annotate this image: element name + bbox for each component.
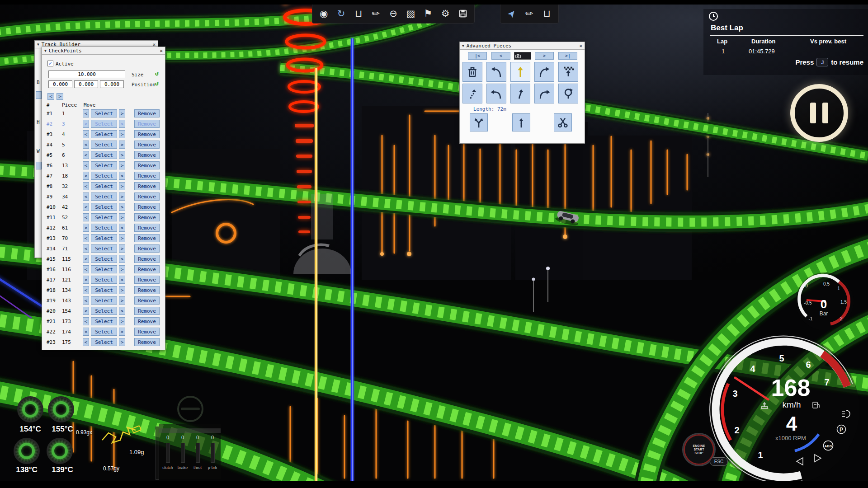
- select-button[interactable]: Select: [91, 130, 117, 138]
- move-right-button[interactable]: >: [119, 161, 125, 169]
- track-builder-fragment-button[interactable]: [36, 162, 42, 169]
- move-right-button[interactable]: >: [119, 182, 125, 190]
- move-left-button[interactable]: <: [83, 109, 89, 117]
- move-left-button[interactable]: <: [83, 296, 89, 305]
- move-right-button[interactable]: >: [119, 172, 125, 180]
- road-piece-icon[interactable]: ⊔: [351, 6, 366, 21]
- select-button[interactable]: Select: [91, 307, 117, 315]
- select-button[interactable]: Select: [91, 317, 117, 325]
- piece-slight-right-button[interactable]: [510, 84, 530, 103]
- move-left-button[interactable]: <: [83, 317, 89, 325]
- last-piece-button[interactable]: >|: [558, 52, 577, 60]
- select-button[interactable]: Select: [91, 328, 117, 336]
- ramp-icon[interactable]: ▨: [403, 6, 418, 21]
- move-right-button[interactable]: >: [119, 307, 125, 315]
- move-left-button[interactable]: <: [83, 161, 89, 169]
- select-button[interactable]: Select: [91, 338, 117, 346]
- collapse-icon[interactable]: ▼: [462, 44, 464, 48]
- move-right-button[interactable]: >: [119, 338, 125, 346]
- select-button[interactable]: Select: [91, 244, 117, 253]
- select-button[interactable]: Select: [91, 172, 117, 180]
- piece-elevation-button[interactable]: [512, 113, 530, 131]
- select-button[interactable]: Select: [91, 255, 117, 263]
- remove-button[interactable]: Remove: [134, 120, 160, 128]
- remove-button[interactable]: Remove: [134, 276, 160, 284]
- move-right-button[interactable]: >: [119, 109, 125, 117]
- move-left-button[interactable]: <: [83, 265, 89, 273]
- move-right-button[interactable]: >: [119, 317, 125, 325]
- move-right-button[interactable]: >: [119, 120, 125, 128]
- move-right-button[interactable]: >: [119, 255, 125, 263]
- piece-curve-right-button[interactable]: [534, 62, 554, 82]
- move-right-button[interactable]: >: [119, 286, 125, 294]
- select-button[interactable]: Select: [91, 224, 117, 232]
- select-button[interactable]: Select: [91, 109, 117, 117]
- remove-button[interactable]: Remove: [134, 182, 160, 190]
- remove-button[interactable]: Remove: [134, 151, 160, 159]
- select-button[interactable]: Select: [91, 192, 117, 201]
- move-right-button[interactable]: >: [119, 192, 125, 201]
- piece-sharp-left-button[interactable]: [486, 84, 506, 103]
- record-icon[interactable]: ◉: [316, 6, 331, 21]
- move-right-button[interactable]: >: [119, 265, 125, 273]
- position-x-input[interactable]: [48, 80, 72, 88]
- move-left-button[interactable]: <: [83, 213, 89, 221]
- select-button[interactable]: Select: [91, 120, 117, 128]
- piece-straight-button[interactable]: [510, 62, 530, 82]
- piece-s-curve-button[interactable]: [462, 84, 482, 103]
- remove-button[interactable]: Remove: [134, 141, 160, 149]
- paint-icon[interactable]: ✏: [522, 6, 537, 21]
- move-left-button[interactable]: <: [83, 255, 89, 263]
- road-piece-icon[interactable]: ⊔: [539, 6, 555, 21]
- next-checkpoint-button[interactable]: >: [57, 93, 63, 100]
- prev-piece-button[interactable]: <: [491, 52, 510, 60]
- move-left-button[interactable]: <: [83, 151, 89, 159]
- camera-view-button[interactable]: [514, 52, 531, 60]
- move-left-button[interactable]: <: [83, 172, 89, 180]
- move-left-button[interactable]: <: [83, 203, 89, 211]
- move-left-button[interactable]: <: [83, 130, 89, 138]
- select-button[interactable]: Select: [91, 213, 117, 221]
- remove-circle-icon[interactable]: ⊖: [386, 6, 401, 21]
- move-left-button[interactable]: <: [83, 276, 89, 284]
- remove-button[interactable]: Remove: [134, 338, 160, 346]
- piece-sharp-right-button[interactable]: [534, 84, 554, 103]
- remove-button[interactable]: Remove: [134, 234, 160, 242]
- close-icon[interactable]: ✕: [579, 43, 582, 49]
- select-button[interactable]: Select: [91, 234, 117, 242]
- select-button[interactable]: Select: [91, 151, 117, 159]
- position-z-input[interactable]: [100, 80, 124, 88]
- remove-button[interactable]: Remove: [134, 244, 160, 253]
- move-right-button[interactable]: >: [119, 234, 125, 242]
- remove-button[interactable]: Remove: [134, 203, 160, 211]
- move-right-button[interactable]: >: [119, 130, 125, 138]
- size-input[interactable]: [48, 70, 125, 78]
- select-button[interactable]: Select: [91, 296, 117, 305]
- piece-trash-button[interactable]: [462, 62, 482, 82]
- close-icon[interactable]: ✕: [160, 48, 163, 54]
- select-button[interactable]: Select: [91, 161, 117, 169]
- remove-button[interactable]: Remove: [134, 224, 160, 232]
- select-button[interactable]: Select: [91, 141, 117, 149]
- piece-curve-left-button[interactable]: [486, 62, 506, 82]
- select-button[interactable]: Select: [91, 203, 117, 211]
- select-button[interactable]: Select: [91, 182, 117, 190]
- remove-button[interactable]: Remove: [134, 109, 160, 117]
- cursor-icon[interactable]: ➤: [501, 3, 523, 24]
- position-reset-icon[interactable]: ↺: [155, 80, 159, 86]
- remove-button[interactable]: Remove: [134, 130, 160, 138]
- move-right-button[interactable]: >: [119, 296, 125, 305]
- remove-button[interactable]: Remove: [134, 172, 160, 180]
- flag-icon[interactable]: ⚑: [420, 6, 436, 21]
- move-right-button[interactable]: >: [119, 276, 125, 284]
- select-button[interactable]: Select: [91, 286, 117, 294]
- move-right-button[interactable]: >: [119, 224, 125, 232]
- pause-button[interactable]: [790, 84, 848, 142]
- move-left-button[interactable]: <: [83, 192, 89, 201]
- move-left-button[interactable]: <: [83, 182, 89, 190]
- remove-button[interactable]: Remove: [134, 307, 160, 315]
- move-right-button[interactable]: >: [119, 244, 125, 253]
- remove-button[interactable]: Remove: [134, 265, 160, 273]
- move-left-button[interactable]: <: [83, 286, 89, 294]
- save-icon[interactable]: [455, 6, 471, 21]
